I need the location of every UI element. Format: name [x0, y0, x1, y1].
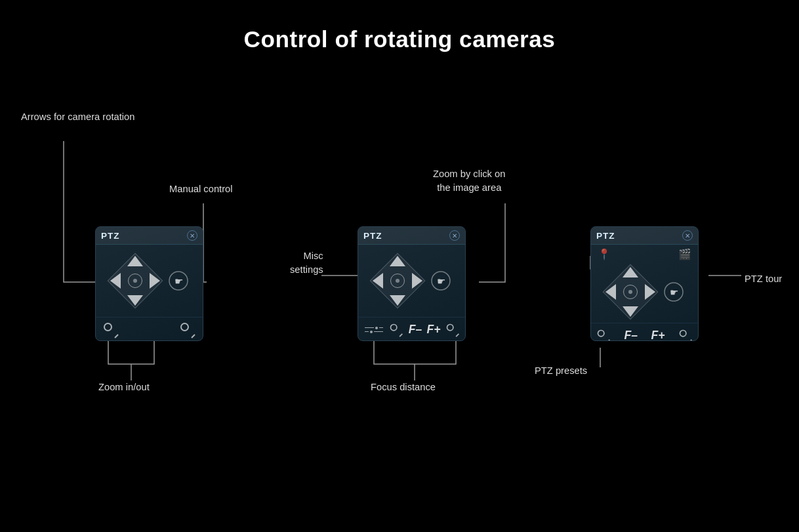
dpad-up-3[interactable]: [623, 267, 638, 277]
ptz-title-1: PTZ: [101, 231, 120, 241]
page-title: Control of rotating cameras: [0, 0, 799, 52]
svg-text:☛: ☛: [174, 276, 182, 287]
hand-icon-2[interactable]: ☛: [429, 269, 453, 293]
preset-location-icon[interactable]: 📍: [598, 248, 611, 260]
ptz-footer-1: [96, 317, 203, 341]
ptz-panel-3: PTZ ✕ 📍 🎬 ☛ F– F+: [590, 226, 699, 341]
hand-icon-1[interactable]: ☛: [167, 269, 190, 293]
ptz-footer-3: F– F+: [591, 323, 698, 341]
dpad-down-1[interactable]: [127, 295, 143, 306]
ptz-panel-1: PTZ ✕ ☛: [95, 226, 203, 341]
focus-minus-3[interactable]: F–: [624, 329, 638, 341]
svg-text:☛: ☛: [436, 276, 445, 287]
label-ptz-presets: PTZ presets: [535, 364, 587, 378]
ptz-close-2[interactable]: ✕: [449, 230, 460, 241]
ptz-title-2: PTZ: [363, 231, 382, 241]
ptz-body-3: ☛: [591, 260, 698, 323]
zoom-minus-3[interactable]: [598, 329, 610, 341]
label-zoom-click: Zoom by click onthe image area: [433, 167, 505, 194]
ptz-body-2: ☛: [358, 245, 465, 317]
ptz-panel-2: PTZ ✕ ☛: [358, 226, 466, 341]
svg-text:☛: ☛: [669, 287, 678, 298]
dpad-up-1[interactable]: [127, 256, 143, 266]
focus-minus-2[interactable]: F–: [409, 323, 422, 337]
focus-plus-2[interactable]: F+: [427, 323, 441, 337]
dpad-left-1[interactable]: [110, 273, 121, 289]
dpad-3[interactable]: [604, 266, 657, 318]
dpad-down-3[interactable]: [623, 306, 638, 317]
zoom-plus-1[interactable]: [180, 323, 195, 337]
ptz-title-3: PTZ: [596, 231, 615, 241]
dpad-down-2[interactable]: [390, 295, 405, 306]
tour-icon[interactable]: 🎬: [678, 248, 691, 260]
dpad-right-2[interactable]: [412, 273, 422, 289]
zoom-plus-3[interactable]: [680, 329, 692, 341]
focus-plus-3[interactable]: F+: [651, 329, 665, 341]
dpad-right-1[interactable]: [150, 273, 160, 289]
ptz-header-3: PTZ ✕: [591, 227, 698, 245]
ptz-header-2: PTZ ✕: [358, 227, 465, 245]
label-focus-distance: Focus distance: [371, 380, 436, 394]
dpad-center-3[interactable]: [623, 285, 638, 299]
label-manual-control: Manual control: [169, 182, 233, 196]
ptz-header-1: PTZ ✕: [96, 227, 203, 245]
label-ptz-tour: PTZ tour: [745, 272, 782, 286]
zoom-minus-2[interactable]: [390, 323, 403, 336]
settings-icon-2[interactable]: [363, 325, 384, 335]
ptz-close-3[interactable]: ✕: [682, 230, 693, 241]
dpad-left-2[interactable]: [373, 273, 383, 289]
hand-icon-3[interactable]: ☛: [662, 280, 686, 304]
label-arrows-rotation: Arrows for camera rotation: [21, 110, 134, 124]
dpad-right-3[interactable]: [645, 284, 655, 300]
dpad-center-1[interactable]: [128, 274, 142, 288]
ptz-close-1[interactable]: ✕: [187, 230, 197, 241]
dpad-left-3[interactable]: [605, 284, 616, 300]
zoom-minus-1[interactable]: [104, 323, 118, 337]
label-misc-settings: Miscsettings: [290, 249, 323, 276]
ptz-top-icons-3: 📍 🎬: [591, 246, 698, 260]
ptz-footer-2: F– F+: [358, 317, 465, 341]
dpad-up-2[interactable]: [390, 256, 405, 266]
dpad-2[interactable]: [371, 255, 424, 307]
zoom-plus-2[interactable]: [447, 323, 459, 336]
label-zoom-inout: Zoom in/out: [98, 380, 150, 394]
ptz-body-1: ☛: [96, 245, 203, 317]
dpad-center-2[interactable]: [390, 274, 405, 288]
dpad-1[interactable]: [109, 255, 161, 307]
